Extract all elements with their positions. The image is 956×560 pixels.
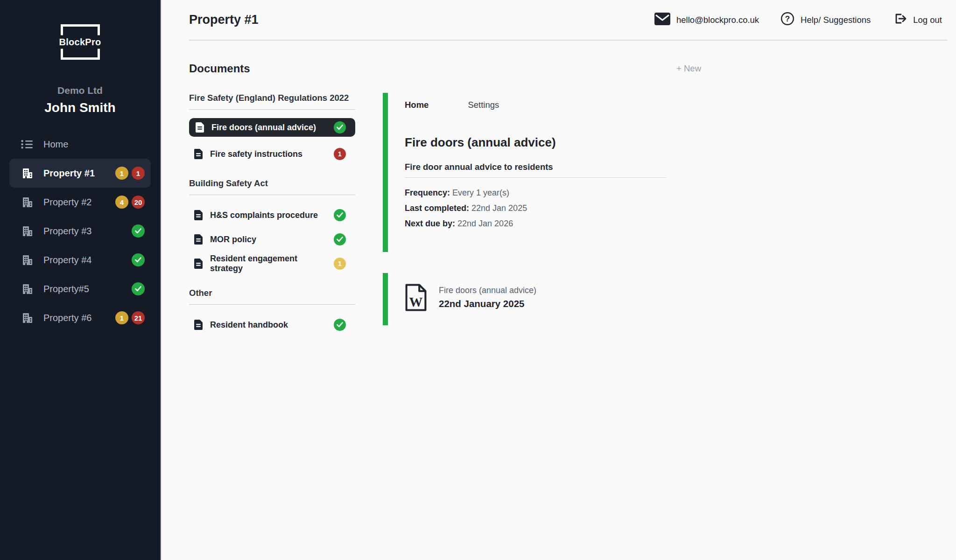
complete-badge — [334, 233, 346, 245]
document-icon — [194, 234, 203, 245]
document-icon — [195, 122, 204, 133]
document-group-items: H&S complaints procedure MOR policy — [189, 195, 355, 276]
document-status — [334, 121, 346, 133]
sidebar-item-label: Property #3 — [43, 226, 91, 237]
field-value: 22nd Jan 2026 — [457, 219, 513, 228]
document-detail-panel: Home Settings Fire doors (annual advice)… — [383, 93, 956, 252]
new-document-button[interactable]: + New — [676, 63, 701, 74]
badge-group: 121 — [115, 311, 145, 324]
help-action[interactable]: ? Help/ Suggestions — [780, 12, 871, 28]
top-actions: hello@blockpro.co.uk ? Help/ Suggestions… — [654, 11, 942, 28]
document-group: Building Safety Act H&S complaints proce… — [189, 178, 355, 276]
building-icon — [21, 312, 33, 324]
document-status — [334, 209, 346, 221]
field-value: 22nd Jan 2025 — [471, 203, 527, 213]
documents-header: Documents + New — [189, 62, 956, 75]
brand-name: BlockPro — [58, 35, 102, 49]
count-badge-red: 1 — [132, 167, 145, 180]
word-file-icon: W — [405, 284, 427, 311]
email-label: hello@blockpro.co.uk — [676, 15, 759, 25]
email-action[interactable]: hello@blockpro.co.uk — [654, 13, 759, 28]
sidebar-item-label: Property #2 — [43, 197, 91, 208]
top-bar: Property #1 hello@blockpro.co.uk ? Help/… — [189, 0, 956, 40]
complete-badge — [334, 319, 346, 331]
sidebar-item-home[interactable]: Home — [0, 130, 160, 159]
building-icon — [21, 196, 33, 208]
app-root: BlockPro Demo Ltd John Smith Home Proper… — [0, 0, 956, 560]
document-group: Other Resident handbook — [189, 288, 355, 337]
svg-text:?: ? — [785, 14, 790, 23]
logout-action[interactable]: Log out — [892, 11, 942, 28]
help-label: Help/ Suggestions — [801, 15, 871, 25]
building-icon — [21, 167, 33, 179]
file-card[interactable]: W Fire doors (annual advice) 22nd Januar… — [405, 284, 956, 311]
badge-group: 11 — [115, 167, 145, 180]
building-icon — [21, 283, 33, 295]
detail-title: Fire doors (annual advice) — [405, 135, 956, 150]
badge-group — [132, 253, 145, 266]
detail-field-next-due-by: Next due by: 22nd Jan 2026 — [405, 216, 956, 231]
header-divider — [189, 40, 948, 41]
logout-label: Log out — [913, 15, 942, 25]
document-group-title: Fire Safety (England) Regulations 2022 — [189, 93, 355, 110]
sidebar-item-property-2[interactable]: Property #2 420 — [0, 188, 160, 217]
badge-group — [132, 224, 145, 238]
help-icon: ? — [780, 12, 794, 28]
document-item-fire-safety-instructions[interactable]: Fire safety instructions 1 — [189, 142, 355, 166]
count-badge-red: 21 — [132, 311, 145, 324]
complete-badge — [334, 121, 346, 133]
mail-icon — [654, 13, 670, 28]
sidebar-item-label: Property #4 — [43, 255, 91, 266]
document-status: 1 — [334, 258, 346, 270]
sidebar-item-label: Property #6 — [43, 313, 91, 323]
document-item-label: Fire safety instructions — [210, 149, 302, 159]
document-icon — [194, 319, 203, 330]
document-item-fire-doors-annual-advice[interactable]: Fire doors (annual advice) — [189, 118, 355, 137]
document-item-h-s-complaints-procedure[interactable]: H&S complaints procedure — [189, 203, 355, 227]
document-item-resident-engagement-strategy[interactable]: Resident engagement strategy 1 — [189, 252, 355, 276]
document-group-items: Resident handbook — [189, 305, 355, 337]
sidebar-nav: Home Property #1 11 Property #2 420 Prop… — [0, 130, 160, 332]
complete-badge — [334, 209, 346, 221]
sidebar-item-property-1[interactable]: Property #1 11 — [9, 159, 151, 188]
document-item-mor-policy[interactable]: MOR policy — [189, 227, 355, 252]
detail-fields: Frequency: Every 1 year(s) Last complete… — [405, 185, 956, 231]
document-item-resident-handbook[interactable]: Resident handbook — [189, 313, 355, 337]
document-status — [334, 319, 346, 331]
detail-subtitle: Fire door annual advice to residents — [405, 162, 956, 172]
document-icon — [194, 258, 203, 269]
main-area: Property #1 hello@blockpro.co.uk ? Help/… — [161, 0, 956, 560]
page-title: Property #1 — [189, 13, 259, 27]
company-name: Demo Ltd — [0, 85, 160, 96]
documents-heading: Documents — [189, 62, 250, 75]
building-icon — [21, 254, 33, 266]
complete-badge — [132, 224, 145, 238]
document-item-label: MOR policy — [210, 235, 256, 245]
tab-home[interactable]: Home — [405, 100, 429, 110]
badge-group: 420 — [115, 196, 145, 209]
field-label: Next due by: — [405, 219, 455, 228]
sidebar-item-property-6[interactable]: Property #6 121 — [0, 303, 160, 332]
document-group: Fire Safety (England) Regulations 2022 F… — [189, 93, 355, 166]
detail-field-frequency: Frequency: Every 1 year(s) — [405, 185, 956, 201]
sidebar-item-label: Property#5 — [43, 284, 89, 294]
field-label: Frequency: — [405, 188, 450, 197]
sidebar-item-label: Home — [43, 139, 68, 150]
document-item-label: H&S complaints procedure — [210, 210, 318, 220]
complete-badge — [132, 253, 145, 266]
document-item-label: Resident engagement strategy — [210, 254, 327, 273]
sidebar-item-property-4[interactable]: Property #4 — [0, 245, 160, 274]
content-columns: Fire Safety (England) Regulations 2022 F… — [189, 93, 956, 337]
sidebar-item-property-3[interactable]: Property #3 — [0, 217, 160, 245]
building-icon — [21, 225, 33, 237]
user-name: John Smith — [0, 100, 160, 115]
file-panel: W Fire doors (annual advice) 22nd Januar… — [383, 273, 956, 325]
tab-settings[interactable]: Settings — [468, 100, 499, 110]
sidebar-item-property-5[interactable]: Property#5 — [0, 274, 160, 303]
count-badge-yellow: 4 — [115, 196, 128, 209]
sidebar: BlockPro Demo Ltd John Smith Home Proper… — [0, 0, 161, 560]
document-group-items: Fire doors (annual advice) Fire safety i… — [189, 110, 355, 166]
count-badge-yellow: 1 — [115, 311, 128, 324]
document-group-title: Other — [189, 288, 355, 305]
detail-tabs: Home Settings — [405, 100, 956, 110]
